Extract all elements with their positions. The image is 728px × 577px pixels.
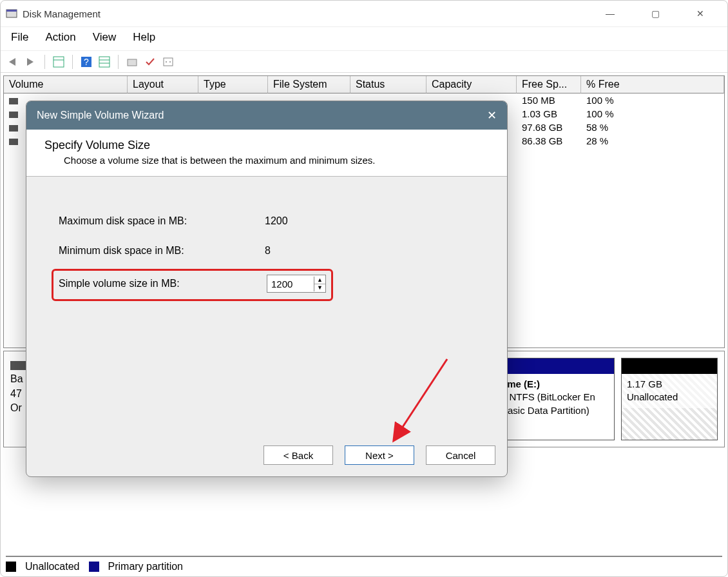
svg-point-12 (169, 61, 171, 63)
title-bar: Disk Management — ▢ ✕ (1, 1, 727, 26)
help-icon[interactable]: ? (79, 55, 93, 69)
back-icon[interactable] (6, 55, 20, 69)
disk-size: 47 (10, 388, 22, 399)
highlighted-size-row: Simple volume size in MB: ▲ ▼ (52, 269, 333, 301)
svg-rect-9 (128, 59, 137, 66)
legend-swatch-primary (89, 562, 99, 572)
cell-pct: 100 % (581, 93, 724, 107)
volume-size-label: Simple volume size in MB: (59, 278, 267, 289)
wizard-subheading: Choose a volume size that is between the… (44, 155, 489, 166)
legend-label: Primary partition (108, 561, 183, 572)
toolbar-separator (44, 55, 45, 69)
spin-up-icon[interactable]: ▲ (314, 277, 325, 284)
menu-view[interactable]: View (93, 31, 117, 44)
wizard-heading: Specify Volume Size (44, 139, 489, 152)
max-size-value: 1200 (265, 215, 288, 227)
list-icon[interactable] (97, 55, 111, 69)
partition-block-e[interactable]: ume (E:) 3 NTFS (BitLocker En Basic Data… (495, 358, 615, 440)
spin-down-icon[interactable]: ▼ (314, 284, 325, 291)
partition-line: 3 NTFS (BitLocker En (501, 391, 595, 402)
wizard-dialog: New Simple Volume Wizard ✕ Specify Volum… (26, 101, 508, 477)
svg-rect-10 (164, 58, 173, 66)
table-icon[interactable] (52, 55, 66, 69)
minimize-button[interactable]: — (597, 8, 623, 19)
unalloc-size: 1.17 GB (627, 378, 662, 389)
row-max-size: Maximum disk space in MB: 1200 (59, 215, 475, 227)
col-layout[interactable]: Layout (128, 76, 198, 93)
menu-action[interactable]: Action (45, 31, 75, 44)
wizard-buttons: < Back Next > Cancel (263, 445, 495, 465)
partition-stripe (496, 358, 614, 374)
wizard-titlebar: New Simple Volume Wizard ✕ (26, 101, 507, 130)
col-volume[interactable]: Volume (4, 76, 128, 93)
next-button[interactable]: Next > (345, 445, 414, 465)
col-percent-free[interactable]: % Free (581, 76, 724, 93)
back-button[interactable]: < Back (263, 445, 333, 465)
col-type[interactable]: Type (198, 76, 268, 93)
close-icon[interactable]: ✕ (487, 108, 497, 122)
wizard-title: New Simple Volume Wizard (37, 110, 164, 121)
maximize-button[interactable]: ▢ (642, 8, 668, 19)
disk-status: Or (10, 402, 22, 413)
window-title: Disk Management (23, 8, 101, 19)
partition-block-unallocated[interactable]: 1.17 GB Unallocated (621, 358, 718, 440)
close-button[interactable]: ✕ (687, 8, 713, 19)
cancel-button[interactable]: Cancel (426, 445, 495, 465)
settings-icon[interactable] (125, 55, 139, 69)
menu-help[interactable]: Help (133, 31, 155, 44)
legend-label: Unallocated (25, 561, 80, 572)
min-size-value: 8 (265, 245, 271, 257)
cell-pct: 28 % (581, 134, 724, 148)
properties-icon[interactable] (161, 55, 175, 69)
wizard-header: Specify Volume Size Choose a volume size… (26, 130, 507, 177)
volume-size-input[interactable] (267, 277, 314, 291)
volume-table-header: Volume Layout Type File System Status Ca… (4, 76, 724, 93)
forward-icon[interactable] (24, 55, 38, 69)
row-min-size: Minimum disk space in MB: 8 (59, 245, 475, 257)
min-size-label: Minimum disk space in MB: (59, 245, 265, 257)
svg-point-11 (166, 61, 167, 63)
toolbar: ? (1, 51, 727, 73)
menu-bar: File Action View Help (1, 26, 727, 51)
drive-icon (9, 98, 18, 104)
toolbar-separator (118, 55, 119, 69)
toolbar-separator (72, 55, 73, 69)
drive-icon (9, 112, 18, 118)
unalloc-label: Unallocated (627, 391, 678, 402)
partition-line: Basic Data Partition) (501, 405, 589, 416)
cell-free: 150 MB (517, 93, 581, 107)
svg-text:?: ? (84, 57, 89, 67)
svg-rect-1 (6, 10, 17, 12)
legend-swatch-unallocated (6, 562, 16, 572)
app-icon (6, 8, 17, 19)
cell-free: 97.68 GB (517, 121, 581, 134)
legend: Unallocated Primary partition (6, 556, 722, 572)
col-status[interactable]: Status (350, 76, 426, 93)
check-icon[interactable] (143, 55, 157, 69)
col-free[interactable]: Free Sp... (517, 76, 581, 93)
cell-free: 1.03 GB (517, 107, 581, 121)
svg-rect-6 (99, 57, 110, 67)
col-filesystem[interactable]: File System (268, 76, 350, 93)
drive-icon (10, 361, 26, 370)
menu-file[interactable]: File (11, 31, 28, 44)
cell-pct: 58 % (581, 121, 724, 134)
partition-stripe (622, 358, 717, 374)
disk-label: Ba (10, 373, 23, 384)
cell-free: 86.38 GB (517, 134, 581, 148)
drive-icon (9, 139, 18, 145)
max-size-label: Maximum disk space in MB: (59, 215, 265, 227)
volume-size-spinner[interactable]: ▲ ▼ (267, 275, 326, 293)
svg-rect-2 (53, 57, 64, 67)
col-capacity[interactable]: Capacity (426, 76, 517, 93)
drive-icon (9, 125, 18, 132)
cell-pct: 100 % (581, 107, 724, 121)
